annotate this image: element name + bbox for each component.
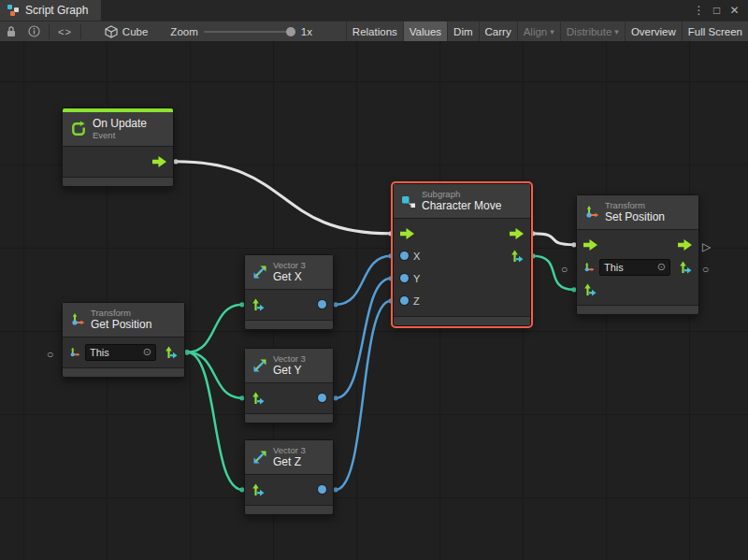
node-footer xyxy=(63,367,184,377)
node-footer xyxy=(577,305,698,314)
y-input-port[interactable] xyxy=(400,274,409,282)
node-get-y[interactable]: Vector 3 Get Y xyxy=(244,348,334,424)
overview-button[interactable]: Overview xyxy=(625,22,682,42)
node-get-position[interactable]: Transform Get Position This ⊙ xyxy=(62,302,185,378)
wire-cm-vec-out-to-sp-vec-in[interactable] xyxy=(533,256,574,290)
wire-gety-float-out-to-cm-y-in[interactable] xyxy=(336,279,391,398)
node-category: Transform xyxy=(91,308,151,318)
target-name-label: Cube xyxy=(122,26,149,37)
flow-in-port[interactable] xyxy=(583,239,597,251)
zoom-slider[interactable] xyxy=(204,22,295,42)
button-label: Align xyxy=(524,26,548,37)
x-input-port[interactable] xyxy=(400,251,409,260)
carry-button[interactable]: Carry xyxy=(479,22,517,42)
vector-in-port[interactable] xyxy=(252,298,265,311)
vector3-icon xyxy=(252,265,267,280)
z-input-port[interactable] xyxy=(400,296,409,305)
set-position-this-outer-port[interactable]: ○ xyxy=(561,264,568,275)
zoom-slider-thumb[interactable] xyxy=(286,27,295,36)
node-header: Subgraph Character Move xyxy=(394,184,530,219)
wire-endpoint xyxy=(333,487,338,492)
flow-in-port[interactable] xyxy=(400,228,414,239)
graph-toolbar: <> Cube Zoom 1x Relations Values Dim Car… xyxy=(0,21,748,41)
node-body xyxy=(245,290,333,320)
node-get-z[interactable]: Vector 3 Get Z xyxy=(244,439,334,515)
wire-endpoint xyxy=(184,350,189,354)
vector-in-port[interactable] xyxy=(583,283,597,296)
node-category: Vector 3 xyxy=(273,260,306,270)
node-body xyxy=(245,383,333,413)
node-header: Vector 3 Get Z xyxy=(245,440,333,475)
dropdown-caret-icon: ▾ xyxy=(550,27,554,36)
vector-out-port[interactable] xyxy=(165,346,178,359)
info-icon[interactable] xyxy=(22,22,46,42)
maximize-icon[interactable]: □ xyxy=(709,0,725,21)
relations-button[interactable]: Relations xyxy=(346,22,403,42)
set-position-value-outer-port[interactable]: ○ xyxy=(702,264,709,275)
unity-script-graph-window: Script Graph ⋮ □ ✕ <> Cube Zoom xyxy=(0,0,748,560)
node-body xyxy=(63,147,173,177)
vector-out-port[interactable] xyxy=(511,250,524,263)
vector-out-port[interactable] xyxy=(679,261,692,274)
this-object-field[interactable]: This ⊙ xyxy=(85,344,156,361)
close-icon[interactable]: ✕ xyxy=(726,0,742,21)
wire-getpos-vec-out-to-getx-vec-in[interactable] xyxy=(187,305,242,352)
dim-button[interactable]: Dim xyxy=(447,22,478,42)
wire-onupdate-flow-out-to-cm-flow-in[interactable] xyxy=(176,162,391,234)
code-view-icon[interactable]: <> xyxy=(52,26,78,37)
node-get-x[interactable]: Vector 3 Get X xyxy=(244,254,334,330)
distribute-button[interactable]: Distribute▾ xyxy=(560,22,625,42)
node-on-update[interactable]: On Update Event xyxy=(62,108,174,187)
window-controls: ⋮ □ ✕ xyxy=(691,0,748,21)
vector3-icon xyxy=(252,450,267,465)
button-label: Values xyxy=(410,26,441,37)
toolbar-buttons: Relations Values Dim Carry Align▾ Distri… xyxy=(346,22,748,42)
object-picker-icon[interactable]: ⊙ xyxy=(657,262,666,272)
node-set-position[interactable]: Transform Set Position xyxy=(576,194,699,315)
graph-target-selector[interactable]: Cube xyxy=(97,25,156,38)
node-category: Transform xyxy=(605,200,665,210)
node-body: This ⊙ xyxy=(63,337,184,367)
zoom-label: Zoom xyxy=(170,26,197,37)
object-picker-icon[interactable]: ⊙ xyxy=(143,347,151,357)
button-label: Full Screen xyxy=(688,26,742,37)
node-character-move[interactable]: Subgraph Character Move X xyxy=(393,183,531,326)
node-header: Transform Get Position xyxy=(63,303,184,337)
align-button[interactable]: Align▾ xyxy=(517,22,560,42)
window-menu-icon[interactable]: ⋮ xyxy=(691,0,707,21)
node-title: Character Move xyxy=(422,199,501,212)
tab-script-graph[interactable]: Script Graph xyxy=(0,0,101,21)
button-label: Overview xyxy=(631,26,676,37)
graph-canvas[interactable]: On Update Event Transform xyxy=(0,41,748,560)
wire-endpoint xyxy=(173,159,178,164)
node-header: Transform Set Position xyxy=(577,195,698,230)
set-position-flow-outer-port[interactable]: ▷ xyxy=(702,241,711,252)
port-label-x: X xyxy=(413,251,420,262)
vector-in-port[interactable] xyxy=(252,392,265,405)
this-field-label: This xyxy=(90,347,109,358)
wire-endpoint xyxy=(530,231,535,236)
node-title: Get Y xyxy=(273,364,306,377)
flow-out-port[interactable] xyxy=(678,239,692,251)
float-out-port[interactable] xyxy=(318,300,326,309)
wire-cm-flow-out-to-sp-flow-in[interactable] xyxy=(533,234,574,245)
port-label-z: Z xyxy=(413,295,420,307)
get-position-this-outer-port[interactable]: ○ xyxy=(47,349,53,360)
node-footer xyxy=(394,316,530,325)
full-screen-button[interactable]: Full Screen xyxy=(682,22,748,42)
float-out-port[interactable] xyxy=(318,485,326,494)
vector3-icon xyxy=(252,358,267,373)
vector-in-port[interactable] xyxy=(252,483,265,496)
this-object-field[interactable]: This ⊙ xyxy=(599,259,670,276)
lock-icon[interactable] xyxy=(0,22,22,42)
wire-endpoint xyxy=(333,302,338,307)
node-footer xyxy=(63,177,173,186)
flow-out-port[interactable] xyxy=(510,228,524,239)
wire-getpos-vec-out-to-gety-vec-in[interactable] xyxy=(187,352,242,398)
zoom-slider-track[interactable] xyxy=(204,31,295,33)
values-button[interactable]: Values xyxy=(403,22,447,42)
float-out-port[interactable] xyxy=(318,394,326,402)
node-title: Get X xyxy=(273,270,306,283)
tab-title: Script Graph xyxy=(25,4,88,17)
flow-out-port[interactable] xyxy=(152,156,166,167)
